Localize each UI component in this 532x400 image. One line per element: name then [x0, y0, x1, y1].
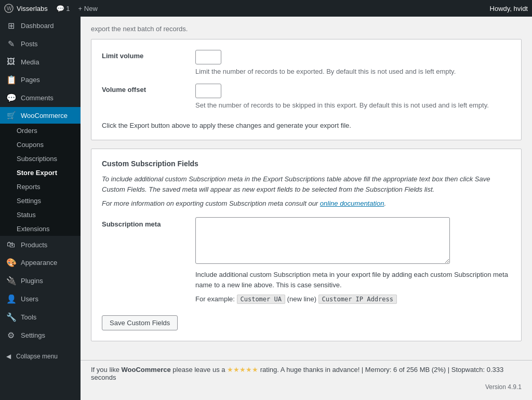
- meta-hint: Include additional custom Subscription m…: [195, 270, 511, 305]
- custom-fields-desc-2: For more information on exporting custom…: [102, 198, 511, 209]
- sidebar: ⊞ Dashboard ✎ Posts 🖼 Media 📋 Pages 💬 Co…: [0, 17, 81, 400]
- plugins-icon: 🔌: [6, 276, 16, 286]
- code-example-1: Customer UA: [237, 295, 285, 304]
- sidebar-item-users[interactable]: 👤 Users: [0, 290, 81, 308]
- limit-volume-row: Limit volume Limit the number of records…: [102, 50, 511, 75]
- dashboard-icon: ⊞: [6, 21, 16, 31]
- sidebar-item-coupons[interactable]: Coupons: [0, 138, 81, 152]
- sidebar-item-tools[interactable]: 🔧 Tools: [0, 308, 81, 326]
- volume-offset-input[interactable]: [195, 84, 221, 98]
- comments-count[interactable]: 💬 1: [56, 5, 70, 12]
- tools-icon: 🔧: [6, 312, 16, 322]
- admin-bar: W Visserlabs 💬 1 + New Howdy, hvidt: [0, 0, 532, 17]
- sidebar-item-woocommerce[interactable]: 🛒 WooCommerce: [0, 107, 81, 124]
- main-content: export the next batch of records. Limit …: [81, 17, 532, 400]
- new-content-button[interactable]: + New: [78, 5, 98, 12]
- sidebar-item-media[interactable]: 🖼 Media: [0, 53, 81, 71]
- sidebar-item-orders[interactable]: Orders: [0, 124, 81, 138]
- save-custom-fields-button[interactable]: Save Custom Fields: [102, 315, 178, 330]
- sidebar-item-settings[interactable]: Settings: [0, 194, 81, 208]
- collapse-icon: ◀: [6, 353, 11, 360]
- woocommerce-name: WooCommerce: [122, 366, 171, 374]
- sidebar-item-extensions[interactable]: Extensions: [0, 222, 81, 236]
- code-example-2: Customer IP Address: [318, 295, 397, 304]
- save-button-row: Save Custom Fields: [102, 315, 511, 330]
- content-area: Limit volume Limit the number of records…: [81, 39, 532, 360]
- products-icon: 🛍: [6, 240, 16, 249]
- sidebar-item-collapse[interactable]: ◀ Collapse menu: [0, 349, 81, 364]
- appearance-icon: 🎨: [6, 258, 16, 268]
- sidebar-item-comments[interactable]: 💬 Comments: [0, 89, 81, 107]
- sidebar-item-status[interactable]: Status: [0, 208, 81, 222]
- version-text: Version 4.9.1: [91, 383, 522, 391]
- sidebar-item-store-export[interactable]: Store Export: [0, 166, 81, 180]
- footer-text: If you like WooCommerce please leave us …: [91, 366, 522, 381]
- posts-icon: ✎: [6, 39, 16, 49]
- limit-volume-label: Limit volume: [102, 50, 195, 60]
- comments-icon: 💬: [6, 93, 16, 103]
- online-documentation-link[interactable]: online documentation: [320, 199, 384, 207]
- site-name[interactable]: W Visserlabs: [4, 4, 48, 13]
- custom-fields-card: Custom Subscription Fields To include ad…: [91, 149, 522, 341]
- wp-logo-icon: W: [4, 4, 14, 13]
- subscription-meta-content: Include additional custom Subscription m…: [195, 217, 511, 305]
- sidebar-item-posts[interactable]: ✎ Posts: [0, 35, 81, 53]
- sidebar-item-pages[interactable]: 📋 Pages: [0, 71, 81, 89]
- volume-offset-label: Volume offset: [102, 84, 195, 94]
- volume-settings-card: Limit volume Limit the number of records…: [91, 39, 522, 140]
- top-partial-section: export the next batch of records.: [81, 17, 532, 33]
- volume-offset-row: Volume offset Set the number of records …: [102, 84, 511, 109]
- users-icon: 👤: [6, 294, 16, 304]
- howdy-text: Howdy, hvidt: [490, 5, 528, 12]
- pages-icon: 📋: [6, 75, 16, 85]
- settings-icon: ⚙: [6, 330, 16, 340]
- sidebar-item-dashboard[interactable]: ⊞ Dashboard: [0, 17, 81, 35]
- export-note: Click the Export button above to apply t…: [102, 117, 511, 129]
- limit-volume-content: Limit the number of records to be export…: [195, 50, 511, 75]
- limit-volume-desc: Limit the number of records to be export…: [195, 68, 511, 75]
- sidebar-item-appearance[interactable]: 🎨 Appearance: [0, 254, 81, 272]
- volume-offset-desc: Set the number of records to be skipped …: [195, 101, 511, 109]
- footer: If you like WooCommerce please leave us …: [81, 360, 532, 396]
- sidebar-item-subscriptions[interactable]: Subscriptions: [0, 152, 81, 166]
- media-icon: 🖼: [6, 57, 16, 66]
- sidebar-item-products[interactable]: 🛍 Products: [0, 236, 81, 254]
- partial-text: export the next batch of records.: [91, 25, 522, 33]
- subscription-meta-row: Subscription meta Include additional cus…: [102, 217, 511, 305]
- svg-text:W: W: [7, 6, 12, 11]
- sidebar-item-plugins[interactable]: 🔌 Plugins: [0, 272, 81, 290]
- limit-volume-input[interactable]: [195, 50, 221, 64]
- subscription-meta-textarea[interactable]: [195, 217, 450, 264]
- custom-fields-title: Custom Subscription Fields: [102, 159, 511, 168]
- star-rating[interactable]: ★★★★★: [227, 366, 258, 374]
- custom-fields-desc-1: To include additional custom Subscriptio…: [102, 174, 511, 194]
- sidebar-item-reports[interactable]: Reports: [0, 180, 81, 194]
- volume-offset-content: Set the number of records to be skipped …: [195, 84, 511, 109]
- woocommerce-icon: 🛒: [6, 111, 16, 119]
- woocommerce-submenu: Orders Coupons Subscriptions Store Expor…: [0, 124, 81, 236]
- subscription-meta-label: Subscription meta: [102, 217, 185, 228]
- sidebar-item-settings-main[interactable]: ⚙ Settings: [0, 326, 81, 344]
